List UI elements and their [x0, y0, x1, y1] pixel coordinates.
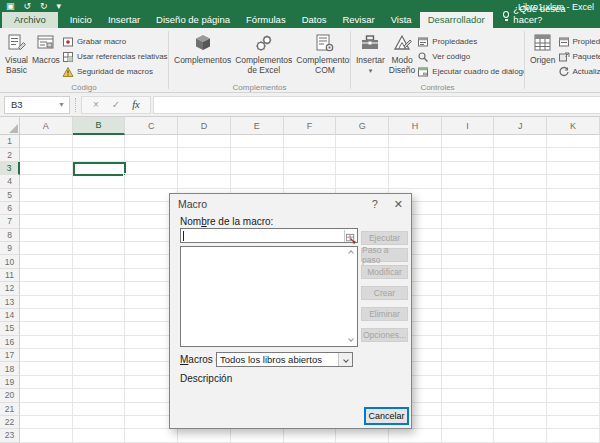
button-opciones-[interactable]: Opciones...: [361, 328, 408, 342]
grid-cell-G3[interactable]: [336, 162, 389, 175]
button-ejecutar[interactable]: Ejecutar: [361, 231, 408, 245]
grid-cell-K7[interactable]: [547, 215, 600, 228]
button-insertar[interactable]: Insertar▾: [354, 31, 387, 75]
column-header-D[interactable]: D: [178, 117, 231, 135]
button-propiedades[interactable]: Propiedades: [558, 34, 600, 49]
grid-cell-A11[interactable]: [20, 269, 73, 282]
column-header-F[interactable]: F: [284, 117, 337, 135]
grid-cell-J18[interactable]: [494, 362, 547, 375]
redo-icon[interactable]: ↻: [40, 2, 48, 11]
row-header-2[interactable]: 2: [0, 148, 20, 161]
button-complementos-com[interactable]: Complementos COM: [294, 31, 350, 76]
grid-cell-B9[interactable]: [73, 242, 126, 255]
button-macros[interactable]: Macros: [30, 31, 62, 67]
grid-cell-A16[interactable]: [20, 336, 73, 349]
grid-cell-A14[interactable]: [20, 309, 73, 322]
button-paso-a-paso[interactable]: Paso a paso: [361, 248, 408, 262]
grid-cell-B11[interactable]: [73, 269, 126, 282]
grid-cell-K11[interactable]: [547, 269, 600, 282]
button-complementos-de-excel[interactable]: Complementos de Excel: [233, 31, 294, 76]
save-icon[interactable]: ▣: [6, 2, 15, 11]
grid-cell-C23[interactable]: [125, 429, 178, 442]
grid-cell-I18[interactable]: [442, 362, 495, 375]
row-header-5[interactable]: 5: [0, 189, 20, 202]
grid-cell-I11[interactable]: [442, 269, 495, 282]
grid-cell-J2[interactable]: [494, 148, 547, 161]
column-header-K[interactable]: K: [547, 117, 600, 135]
grid-cell-F3[interactable]: [284, 162, 337, 175]
macro-name-input[interactable]: [180, 228, 358, 243]
row-header-16[interactable]: 16: [0, 336, 20, 349]
button-seguridad-de-macros[interactable]: Seguridad de macros: [62, 64, 168, 79]
grid-cell-J10[interactable]: [494, 255, 547, 268]
grid-cell-J20[interactable]: [494, 389, 547, 402]
grid-cell-I15[interactable]: [442, 322, 495, 335]
active-cell-B3[interactable]: [73, 162, 126, 176]
button-usar-referencias-relativas[interactable]: Usar referencias relativas: [62, 49, 168, 64]
button-visual-basic[interactable]: Visual Basic: [3, 31, 30, 76]
grid-cell-K9[interactable]: [547, 242, 600, 255]
grid-cell-H1[interactable]: [389, 135, 442, 148]
cancel-button[interactable]: Cancelar: [365, 408, 408, 424]
grid-cell-A15[interactable]: [20, 322, 73, 335]
grid-cell-I7[interactable]: [442, 215, 495, 228]
grid-cell-D23[interactable]: [178, 429, 231, 442]
grid-cell-J16[interactable]: [494, 336, 547, 349]
grid-cell-B6[interactable]: [73, 202, 126, 215]
grid-cell-B5[interactable]: [73, 189, 126, 202]
grid-cell-C4[interactable]: [125, 175, 178, 188]
grid-cell-B17[interactable]: [73, 349, 126, 362]
formula-input[interactable]: [153, 96, 600, 114]
grid-cell-B10[interactable]: [73, 255, 126, 268]
grid-cell-B21[interactable]: [73, 403, 126, 416]
tab-insertar[interactable]: Insertar: [100, 12, 148, 28]
grid-cell-K8[interactable]: [547, 229, 600, 242]
grid-cell-I21[interactable]: [442, 403, 495, 416]
row-header-6[interactable]: 6: [0, 202, 20, 215]
row-header-10[interactable]: 10: [0, 255, 20, 268]
button-eliminar[interactable]: Eliminar: [361, 307, 408, 321]
grid-cell-K4[interactable]: [547, 175, 600, 188]
dialog-help-icon[interactable]: ?: [372, 199, 378, 210]
grid-cell-B20[interactable]: [73, 389, 126, 402]
grid-cell-K14[interactable]: [547, 309, 600, 322]
grid-cell-K20[interactable]: [547, 389, 600, 402]
tell-me-box[interactable]: ¿Qué desea hacer?: [493, 1, 600, 28]
button-origen[interactable]: Origen: [528, 31, 558, 67]
grid-cell-I3[interactable]: [442, 162, 495, 175]
grid-cell-A19[interactable]: [20, 376, 73, 389]
customize-quick-access-icon[interactable]: ▾: [57, 2, 62, 11]
grid-cell-J8[interactable]: [494, 229, 547, 242]
grid-cell-H23[interactable]: [389, 429, 442, 442]
grid-cell-A12[interactable]: [20, 282, 73, 295]
grid-cell-I2[interactable]: [442, 148, 495, 161]
column-header-B[interactable]: B: [73, 117, 126, 135]
grid-cell-K3[interactable]: [547, 162, 600, 175]
grid-cell-K18[interactable]: [547, 362, 600, 375]
undo-icon[interactable]: ↺: [24, 2, 32, 11]
fill-handle[interactable]: [123, 173, 127, 177]
grid-cell-D1[interactable]: [178, 135, 231, 148]
grid-cell-I19[interactable]: [442, 376, 495, 389]
grid-cell-C3[interactable]: [125, 162, 178, 175]
row-header-19[interactable]: 19: [0, 376, 20, 389]
grid-cell-C2[interactable]: [125, 148, 178, 161]
grid-cell-I20[interactable]: [442, 389, 495, 402]
tab-revisar[interactable]: Revisar: [334, 12, 382, 28]
button-modificar[interactable]: Modificar: [361, 265, 408, 279]
column-header-G[interactable]: G: [336, 117, 389, 135]
grid-cell-J15[interactable]: [494, 322, 547, 335]
insert-function-icon[interactable]: fx: [126, 99, 146, 110]
grid-cell-A7[interactable]: [20, 215, 73, 228]
grid-cell-J17[interactable]: [494, 349, 547, 362]
grid-cell-D3[interactable]: [178, 162, 231, 175]
grid-cell-D4[interactable]: [178, 175, 231, 188]
grid-cell-E1[interactable]: [231, 135, 284, 148]
grid-cell-B13[interactable]: [73, 296, 126, 309]
button-ver-c-digo[interactable]: Ver código: [417, 49, 524, 64]
grid-cell-B4[interactable]: [73, 175, 126, 188]
grid-cell-A13[interactable]: [20, 296, 73, 309]
row-header-9[interactable]: 9: [0, 242, 20, 255]
row-header-20[interactable]: 20: [0, 389, 20, 402]
column-header-H[interactable]: H: [389, 117, 442, 135]
